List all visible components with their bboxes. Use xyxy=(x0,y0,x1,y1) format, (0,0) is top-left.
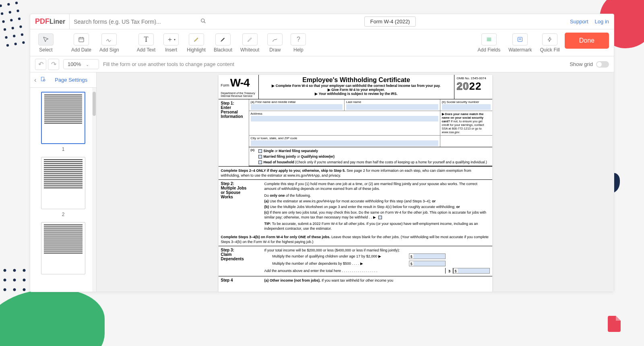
step2-label: Step 2: Multiple Jobs or Spouse Works xyxy=(219,180,262,233)
whiteout-tool[interactable]: Whiteout xyxy=(237,32,262,54)
ssn-note: ▶ Does your name match the name on your … xyxy=(440,111,492,135)
zoom-select[interactable]: 100% ⌄ xyxy=(63,59,99,69)
tool-label: Select xyxy=(39,47,52,53)
toolbar-hint: Fill the form or use another tools to ch… xyxy=(103,61,234,67)
first-name-field[interactable] xyxy=(251,104,343,110)
decor-dots xyxy=(0,0,24,48)
page-number: 1 xyxy=(38,146,88,152)
page-number: 2 xyxy=(38,212,88,217)
page-settings-button[interactable]: Page Settings xyxy=(50,77,92,83)
show-grid-label: Show grid xyxy=(570,61,593,67)
dependents-amount-field[interactable] xyxy=(413,261,446,266)
tool-label: Whiteout xyxy=(240,47,259,53)
steps-2-4-note: Complete Steps 2–4 ONLY if they apply to… xyxy=(219,167,492,180)
address-label: Address xyxy=(251,112,262,115)
cb-hoh-label: Head of household (Check only if you're … xyxy=(264,160,487,164)
fname-label: (a) First name and middle initial xyxy=(251,100,296,104)
back-button[interactable]: ‹ xyxy=(34,76,36,84)
document-canvas[interactable]: Form W-4 Department of the Treasury Inte… xyxy=(97,72,614,292)
step4-body: (a) Other income (not from jobs). If you… xyxy=(262,276,492,284)
svg-rect-9 xyxy=(518,37,522,42)
irs-label: Internal Revenue Service xyxy=(221,95,256,97)
undo-button[interactable]: ↶ xyxy=(35,59,46,70)
total-amount-field[interactable] xyxy=(458,268,490,274)
search-input[interactable] xyxy=(74,19,200,25)
omb-number: OMB No. 1545-0074 xyxy=(457,76,490,80)
insert-tool[interactable]: ＋ ▾ Insert xyxy=(160,32,182,54)
tool-label: Add Fields xyxy=(477,47,500,53)
address-field[interactable] xyxy=(251,116,438,122)
svg-line-1 xyxy=(204,21,206,23)
step4-label: Step 4 xyxy=(219,276,262,284)
total-line-3: 3 xyxy=(445,268,453,274)
done-button[interactable]: Done xyxy=(565,33,609,49)
step3-body: If your total income will be $200,000 or… xyxy=(262,246,492,276)
content-area: ‹ Page Settings 1 2 xyxy=(30,72,614,292)
children-amount-field[interactable] xyxy=(413,253,446,259)
form-code: W-4 xyxy=(230,76,250,89)
form-w4-document: Form W-4 Department of the Treasury Inte… xyxy=(219,75,492,292)
year-suffix: 22 xyxy=(469,80,481,92)
ssn-label: (b) Social security number xyxy=(442,100,479,104)
add-text-tool[interactable]: T Add Text xyxy=(134,32,159,54)
form-prefix: Form xyxy=(221,83,229,87)
search-icon[interactable] xyxy=(200,18,206,25)
document-title: Form W-4 (2022) xyxy=(364,16,416,27)
steps-3-4b-note: Complete Steps 3–4(b) on Form W-4 for on… xyxy=(219,233,492,246)
form-instruction: ▶ Your withholding is subject to review … xyxy=(261,92,452,96)
last-name-field[interactable] xyxy=(346,104,438,110)
highlight-tool[interactable]: Highlight xyxy=(184,32,209,54)
single-checkbox[interactable] xyxy=(258,149,262,153)
cb-single-label: Single or Married filing separately xyxy=(264,149,318,153)
tool-label: Draw xyxy=(269,47,281,53)
decor-green-blob xyxy=(0,290,105,346)
watermark-tool[interactable]: Watermark xyxy=(505,32,535,54)
add-fields-tool[interactable]: Add Fields xyxy=(474,32,504,54)
logo[interactable]: PDFLiner xyxy=(35,17,65,26)
page-thumbnails: 1 2 xyxy=(30,88,96,292)
logo-text-liner: Liner xyxy=(50,18,65,25)
page-thumbnail-2[interactable] xyxy=(41,157,85,209)
city-label: City or town, state, and ZIP code xyxy=(251,136,297,140)
city-field[interactable] xyxy=(251,140,438,146)
form-instruction: ▶ Give Form W-4 to your employer. xyxy=(261,88,452,92)
pdf-icon xyxy=(605,314,624,338)
svg-rect-12 xyxy=(41,77,44,80)
step3-label: Step 3: Claim Dependents xyxy=(219,246,262,276)
tool-label: Insert xyxy=(165,47,177,53)
step2-body: Complete this step if you (1) hold more … xyxy=(262,180,492,233)
form-title: Employee's Withholding Certificate xyxy=(261,76,452,84)
tool-label: Quick Fill xyxy=(540,47,559,53)
decor-dots xyxy=(0,266,32,298)
login-link[interactable]: Log in xyxy=(595,19,609,25)
add-date-tool[interactable]: Add Date xyxy=(68,32,95,54)
two-jobs-checkbox[interactable] xyxy=(378,216,382,219)
svg-rect-2 xyxy=(79,37,84,42)
tool-label: Watermark xyxy=(508,47,532,53)
sidebar: ‹ Page Settings 1 2 xyxy=(30,72,97,292)
toolbar: Select Add Date Add Sign T Add Text ＋ ▾ … xyxy=(30,29,614,56)
lname-label: Last name xyxy=(346,100,361,104)
svg-point-0 xyxy=(201,19,204,22)
married-joint-checkbox[interactable] xyxy=(258,155,262,159)
select-tool[interactable]: Select xyxy=(35,32,57,54)
app-container: PDFLiner Form W-4 (2022) Support Log in … xyxy=(30,14,614,292)
chevron-down-icon: ⌄ xyxy=(86,62,89,67)
draw-tool[interactable]: Draw xyxy=(264,32,286,54)
form-instruction: ▶ Complete Form W-4 so that your employe… xyxy=(261,84,452,88)
redo-button[interactable]: ↷ xyxy=(48,59,59,70)
page-thumbnail-1[interactable] xyxy=(41,92,85,144)
support-link[interactable]: Support xyxy=(570,19,588,25)
show-grid-toggle[interactable] xyxy=(596,61,609,68)
scrollbar[interactable] xyxy=(92,88,96,292)
add-sign-tool[interactable]: Add Sign xyxy=(96,32,122,54)
blackout-tool[interactable]: Blackout xyxy=(211,32,235,54)
page-settings-icon xyxy=(40,76,46,84)
ssn-field[interactable] xyxy=(442,104,491,110)
quick-fill-tool[interactable]: Quick Fill xyxy=(537,32,563,54)
head-household-checkbox[interactable] xyxy=(258,161,262,164)
sub-toolbar: ↶ ↷ 100% ⌄ Fill the form or use another … xyxy=(30,56,614,72)
logo-text-pdf: PDF xyxy=(35,17,50,26)
page-thumbnail-3[interactable] xyxy=(41,222,85,274)
help-tool[interactable]: ? Help xyxy=(287,32,309,54)
